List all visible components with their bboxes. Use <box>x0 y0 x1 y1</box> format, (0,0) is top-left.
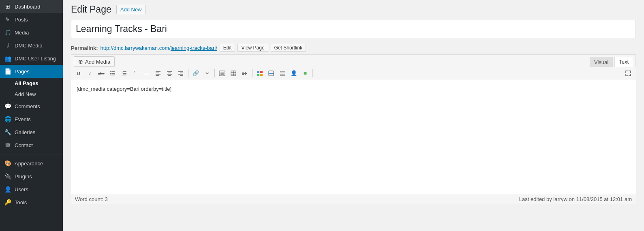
toolbar-user-button[interactable]: 👤 <box>289 68 299 79</box>
svg-rect-35 <box>257 71 259 73</box>
editor-footer: Word count: 3 Last edited by larryw on 1… <box>71 194 636 204</box>
users-icon: 👤 <box>4 186 11 192</box>
sidebar-item-dmc-user-listing[interactable]: 👥 DMC User Listing <box>0 52 63 65</box>
sidebar-item-label: Dashboard <box>15 4 41 10</box>
sidebar-item-media[interactable]: 🎵 Media <box>0 26 63 39</box>
events-icon: 🌐 <box>4 116 11 122</box>
sidebar-subitem-all-pages[interactable]: All Pages <box>0 78 63 89</box>
svg-rect-36 <box>260 71 263 73</box>
tab-text[interactable]: Text <box>614 57 633 67</box>
sidebar-item-posts[interactable]: ✎ Posts <box>0 13 63 26</box>
sidebar-item-label: Contact <box>15 142 33 148</box>
add-media-button[interactable]: ⊕ Add Media <box>74 56 115 67</box>
sidebar-item-tools[interactable]: 🔑 Tools <box>0 196 63 209</box>
toolbar-hr-button[interactable]: — <box>141 68 152 79</box>
toolbar-ol-button[interactable]: 123 <box>119 68 129 79</box>
dashboard-icon: ⊞ <box>4 3 11 10</box>
toolbar-divider-button[interactable] <box>266 68 276 79</box>
sidebar-item-dashboard[interactable]: ⊞ Dashboard <box>0 0 63 13</box>
toolbar-green-button[interactable]: ■ <box>300 68 310 79</box>
svg-point-3 <box>110 71 111 72</box>
toolbar-insert-button[interactable] <box>217 68 227 79</box>
sidebar-item-label: Tools <box>15 199 27 205</box>
last-edited: Last edited by larryw on 11/08/2015 at 1… <box>519 196 632 202</box>
editor-toolbar: B I abc 123 " — 🔗 ✂ <box>71 67 636 80</box>
toolbar-align-left-button[interactable] <box>153 68 163 79</box>
svg-rect-38 <box>260 74 263 76</box>
sidebar-item-plugins[interactable]: 🔌 Plugins <box>0 170 63 183</box>
sidebar-item-galleries[interactable]: 🔧 Galleries <box>0 126 63 139</box>
get-shortlink-button[interactable]: Get Shortlink <box>271 44 306 52</box>
toolbar-more-button[interactable] <box>240 68 250 79</box>
permalink-bar: Permalink: http://dmc.larrywakeman.com/l… <box>71 41 636 54</box>
toolbar-link-button[interactable]: 🔗 <box>190 68 201 79</box>
view-page-button[interactable]: View Page <box>237 44 268 52</box>
sidebar-item-events[interactable]: 🌐 Events <box>0 113 63 126</box>
toolbar-strikethrough-button[interactable]: abc <box>96 68 107 79</box>
tab-visual[interactable]: Visual <box>590 57 613 67</box>
sidebar-item-dmc-media[interactable]: ♩ DMC Media <box>0 39 63 52</box>
svg-rect-37 <box>257 74 259 76</box>
editor-tabs: Visual Text <box>589 57 633 67</box>
sidebar-subitem-add-new[interactable]: Add New <box>0 89 63 100</box>
toolbar-table-button[interactable] <box>228 68 239 79</box>
sidebar-item-appearance[interactable]: 🎨 Appearance <box>0 157 63 170</box>
edit-permalink-button[interactable]: Edit <box>220 44 235 52</box>
sidebar-item-users[interactable]: 👤 Users <box>0 183 63 196</box>
sidebar: ⊞ Dashboard ✎ Posts 🎵 Media ♩ DMC Media … <box>0 0 63 231</box>
toolbar-align-right-button[interactable] <box>175 68 186 79</box>
comments-icon: 💬 <box>4 103 11 109</box>
pages-icon: 📄 <box>4 68 11 75</box>
svg-text:3: 3 <box>122 74 122 76</box>
toolbar-bold-button[interactable]: B <box>73 68 84 79</box>
page-header: Edit Page Add New <box>71 4 636 15</box>
sidebar-item-label: Users <box>15 186 28 192</box>
all-pages-label: All Pages <box>15 80 39 86</box>
sidebar-item-pages[interactable]: 📄 Pages <box>0 65 63 78</box>
sidebar-item-label: Media <box>15 30 29 36</box>
add-new-label: Add New <box>15 91 36 97</box>
sidebar-item-contact[interactable]: ✉ Contact <box>0 139 63 152</box>
media-icon: 🎵 <box>4 29 11 36</box>
add-media-section: ⊕ Add Media <box>74 56 115 67</box>
editor-outer: ⊕ Add Media Visual Text B I abc 123 " — <box>71 54 636 204</box>
contact-icon: ✉ <box>4 142 11 148</box>
toolbar-blockquote-button[interactable]: " <box>130 68 141 79</box>
permalink-url[interactable]: http://dmc.larrywakeman.com/learning-tra… <box>100 45 217 51</box>
sidebar-item-label: Events <box>15 116 31 122</box>
add-media-icon: ⊕ <box>78 58 83 65</box>
posts-icon: ✎ <box>4 16 11 23</box>
sidebar-item-label: Plugins <box>15 173 32 180</box>
dmc-media-icon: ♩ <box>4 42 11 49</box>
dmc-user-listing-icon: 👥 <box>4 55 11 62</box>
main-content: Edit Page Add New Permalink: http://dmc.… <box>63 0 644 231</box>
toolbar-italic-button[interactable]: I <box>85 68 95 79</box>
sidebar-item-label: Appearance <box>15 160 43 167</box>
tools-icon: 🔑 <box>4 199 11 205</box>
toolbar-expand-button[interactable] <box>623 68 633 79</box>
galleries-icon: 🔧 <box>4 129 11 135</box>
svg-point-4 <box>110 73 111 74</box>
toolbar-color-grid-button[interactable] <box>255 68 265 79</box>
sidebar-item-label: DMC Media <box>15 43 43 49</box>
page-title: Edit Page <box>71 4 111 15</box>
permalink-label: Permalink: <box>71 45 98 51</box>
editor-content-area[interactable]: [dmc_media category=Bari orderby=title] <box>71 80 636 194</box>
post-title-input[interactable] <box>71 20 636 38</box>
sidebar-item-label: Posts <box>15 17 28 23</box>
plugins-icon: 🔌 <box>4 173 11 180</box>
appearance-icon: 🎨 <box>4 160 11 167</box>
sidebar-item-label: Pages <box>15 68 30 75</box>
toolbar-lines-button[interactable] <box>277 68 288 79</box>
sidebar-item-comments[interactable]: 💬 Comments <box>0 100 63 113</box>
sidebar-item-label: Galleries <box>15 129 35 135</box>
svg-point-5 <box>110 75 111 75</box>
sidebar-item-label: Comments <box>15 103 40 109</box>
sidebar-item-label: DMC User Listing <box>15 56 56 62</box>
toolbar-align-center-button[interactable] <box>164 68 175 79</box>
word-count: Word count: 3 <box>75 196 108 202</box>
toolbar-unlink-button[interactable]: ✂ <box>202 68 212 79</box>
add-new-button[interactable]: Add New <box>116 5 146 14</box>
toolbar-ul-button[interactable] <box>107 68 118 79</box>
